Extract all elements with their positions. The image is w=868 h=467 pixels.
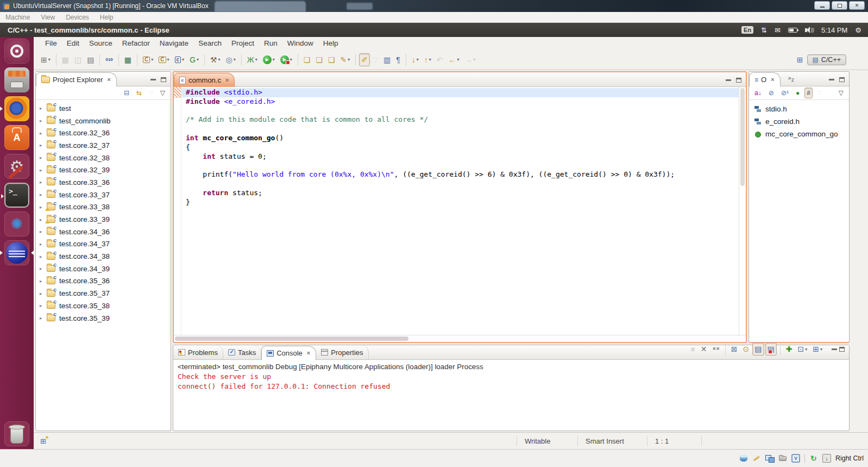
build-all[interactable]: ▦ bbox=[122, 53, 134, 66]
dropdown-arrow-icon[interactable]: ▾ bbox=[457, 57, 459, 62]
project-tree-item[interactable]: ▸ C test.core.32_37 bbox=[36, 139, 171, 152]
project-explorer-tab[interactable]: Project Explorer ✕ bbox=[36, 72, 117, 86]
code-line[interactable] bbox=[181, 161, 739, 170]
eclipse-menu-item[interactable]: File bbox=[40, 38, 62, 48]
scroll-lock[interactable]: ⊙ bbox=[741, 343, 752, 356]
hscroll-thumb[interactable] bbox=[175, 337, 408, 341]
link-with-editor[interactable]: # bbox=[804, 88, 813, 98]
outline-extra[interactable]: ∵ bbox=[815, 88, 824, 98]
open-element-1[interactable]: ❏ bbox=[301, 53, 313, 66]
project-tree-item[interactable]: ▸ C test.core.35_37 bbox=[36, 287, 171, 300]
vbox-menu-item[interactable]: Help bbox=[95, 14, 119, 21]
debug[interactable]: Ж ▾ bbox=[245, 53, 260, 66]
vbox-menu-item[interactable]: Machine bbox=[0, 14, 35, 21]
minimize-view-button[interactable] bbox=[829, 79, 834, 80]
code-line[interactable]: { bbox=[181, 143, 739, 152]
shared-folders-icon[interactable] bbox=[778, 454, 787, 463]
show-whitespace[interactable]: ¶ bbox=[394, 53, 402, 66]
show-console-on-stdout[interactable]: ▤ bbox=[752, 343, 764, 356]
expand-arrow-icon[interactable]: ▸ bbox=[40, 303, 47, 308]
search-marker-pen[interactable]: ✎ ▾ bbox=[338, 53, 353, 66]
print[interactable]: ▤ bbox=[85, 53, 96, 66]
dropdown-arrow-icon[interactable]: ▾ bbox=[805, 347, 807, 352]
horizontal-scrollbar[interactable] bbox=[174, 335, 746, 342]
code-line[interactable]: #include <e_coreid.h> bbox=[181, 97, 739, 107]
expand-arrow-icon[interactable]: ▸ bbox=[40, 291, 47, 296]
project-tree-item[interactable]: ▸ C test.core.34_39 bbox=[36, 263, 171, 275]
maximize-editor-button[interactable] bbox=[736, 78, 741, 83]
run-external-tools[interactable]: ▶ ▾ bbox=[278, 53, 294, 66]
scrollbar-thumb[interactable] bbox=[740, 88, 745, 186]
project-tree-item[interactable]: ▸ C test.core.33_39 bbox=[36, 213, 171, 226]
new-c-source-folder[interactable]: C ▾ bbox=[141, 53, 155, 66]
project-tree-item[interactable]: ▸ C test.core.35_36 bbox=[36, 275, 171, 288]
save[interactable]: ▦ bbox=[60, 53, 71, 66]
eclipse-menu-item[interactable]: Search bbox=[193, 38, 227, 48]
launcher-item[interactable] bbox=[4, 39, 29, 64]
eclipse-menu-item[interactable]: Edit bbox=[62, 38, 84, 48]
dropdown-arrow-icon[interactable]: ▾ bbox=[234, 57, 236, 62]
project-tree-item[interactable]: ▸ C test_commonlib bbox=[36, 115, 171, 127]
dropdown-arrow-icon[interactable]: ▾ bbox=[167, 57, 169, 62]
project-tree-item[interactable]: ▸ C test.core.32_38 bbox=[36, 152, 171, 164]
code-line[interactable]: int status = 0; bbox=[181, 152, 739, 161]
close-button[interactable]: ✕ bbox=[849, 1, 865, 10]
launcher-trash[interactable] bbox=[4, 421, 29, 446]
outline-item[interactable]: stdio.h bbox=[749, 103, 849, 115]
minimize-view-button[interactable] bbox=[150, 79, 156, 80]
cpp-perspective-button[interactable]: ▤ C/C++ bbox=[807, 54, 846, 65]
hide-static-members[interactable]: ⊘ˢ bbox=[779, 88, 791, 98]
expand-arrow-icon[interactable]: ▸ bbox=[40, 130, 47, 136]
dropdown-arrow-icon[interactable]: ▾ bbox=[348, 57, 350, 62]
close-view-icon[interactable]: ✕ bbox=[106, 77, 111, 83]
remove-all-terminated[interactable]: ✕✕ bbox=[710, 343, 721, 356]
open-element-3[interactable]: ❏ bbox=[326, 53, 337, 66]
dropdown-arrow-icon[interactable]: ▾ bbox=[151, 57, 153, 62]
back-history[interactable]: ← ▾ bbox=[446, 53, 461, 66]
Properties[interactable]: Properties bbox=[316, 345, 368, 359]
battery-indicator-icon[interactable] bbox=[788, 28, 797, 33]
project-tree-item[interactable]: ▸ C test.core.34_37 bbox=[36, 238, 171, 251]
display-selected-console[interactable]: ⊡ ▾ bbox=[796, 343, 810, 356]
code-line[interactable]: /* Add in this module code that is commo… bbox=[181, 115, 739, 124]
minimize-view-button[interactable] bbox=[832, 348, 837, 350]
vm-features-icon[interactable]: V bbox=[791, 454, 800, 463]
last-edit-location[interactable]: ↶ bbox=[435, 53, 445, 66]
vbox-menu-item[interactable]: Devices bbox=[60, 14, 95, 21]
link-with-editor[interactable]: ⇆ bbox=[134, 88, 144, 98]
host-key-indicator-icon[interactable]: ↓ bbox=[822, 454, 831, 463]
project-tree-item[interactable]: ▸ C test.core.35_38 bbox=[36, 300, 171, 312]
pin-console[interactable]: ✚ bbox=[784, 343, 795, 356]
expand-arrow-icon[interactable]: ▸ bbox=[40, 105, 47, 111]
launcher-item[interactable] bbox=[4, 96, 29, 121]
launcher-item[interactable]: ⚙ bbox=[4, 154, 29, 179]
project-tree-item[interactable]: ▸ C test.core.33_36 bbox=[36, 176, 171, 189]
outline-item[interactable]: e_coreid.h bbox=[749, 115, 849, 128]
maximize-view-button[interactable] bbox=[839, 77, 845, 82]
expand-arrow-icon[interactable]: ▸ bbox=[40, 315, 47, 321]
project-tree-item[interactable]: ▸ C test.core.33_38 bbox=[36, 201, 171, 214]
eclipse-menu-item[interactable]: Run bbox=[259, 38, 282, 48]
eclipse-menu-item[interactable]: Source bbox=[84, 38, 117, 48]
expand-arrow-icon[interactable]: ▸ bbox=[40, 118, 47, 123]
project-tree-item[interactable]: ▸ C test.core.35_39 bbox=[36, 312, 171, 325]
collapse-all[interactable]: ⊟ bbox=[122, 88, 131, 98]
eclipse-menu-item[interactable]: Refactor bbox=[117, 38, 155, 48]
dropdown-arrow-icon[interactable]: ▾ bbox=[429, 57, 431, 62]
focus-extra[interactable]: ∵ bbox=[147, 88, 155, 98]
dropdown-arrow-icon[interactable]: ▾ bbox=[255, 57, 257, 62]
maximize-view-button[interactable] bbox=[839, 347, 845, 352]
mouse-pen-icon[interactable] bbox=[752, 454, 761, 463]
sound-indicator-icon[interactable]: ))) bbox=[805, 27, 814, 33]
project-tree-item[interactable]: ▸ C test bbox=[36, 102, 171, 115]
project-tree-item[interactable]: ▸ C test.core.34_38 bbox=[36, 250, 171, 263]
remove-launch[interactable]: ✕ bbox=[699, 343, 709, 356]
launcher-item[interactable]: ✺ bbox=[4, 211, 29, 236]
keyboard-layout-indicator[interactable]: En bbox=[741, 26, 753, 34]
network-indicator-icon[interactable]: ⇅ bbox=[761, 26, 767, 34]
minimize-button[interactable] bbox=[814, 1, 830, 10]
close-view-icon[interactable]: ✕ bbox=[770, 77, 775, 83]
dropdown-arrow-icon[interactable]: ▾ bbox=[820, 347, 822, 352]
hard-disks-icon[interactable] bbox=[739, 454, 748, 463]
view-menu[interactable]: ▽ bbox=[158, 88, 167, 98]
